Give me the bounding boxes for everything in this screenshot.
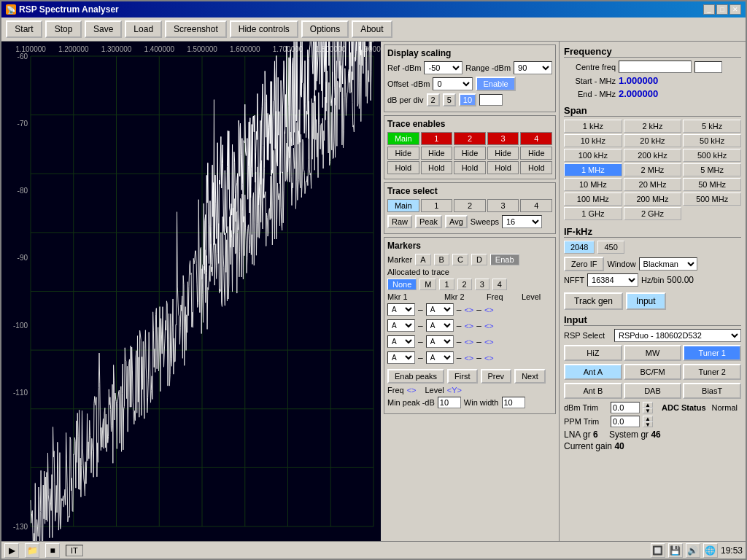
span-2ghz[interactable]: 2 GHz [624,207,682,220]
dbm-down-arrow[interactable]: ▼ [643,408,653,413]
tuner2-btn[interactable]: Tuner 2 [683,364,741,380]
hide-4-cell[interactable]: Hide [520,147,552,160]
hide-3-cell[interactable]: Hide [487,147,519,160]
zero-if-btn[interactable]: Zero IF [564,257,604,271]
centre-freq-secondary[interactable] [694,61,722,73]
enab-btn[interactable]: Enab [490,254,519,265]
biast-btn[interactable]: BiasT [683,383,741,399]
span-1ghz[interactable]: 1 GHz [564,207,622,220]
mkr1-row4[interactable]: A [387,351,415,364]
alloc-3[interactable]: 3 [475,279,489,290]
trace-3-cell[interactable]: 3 [487,132,519,145]
hiz-btn[interactable]: HiZ [564,345,622,361]
db5-button[interactable]: 5 [443,93,456,106]
span-200mhz[interactable]: 200 MHz [624,192,682,206]
save-button[interactable]: Save [85,20,122,38]
db-per-div-input[interactable] [479,94,503,106]
mkr1-row2[interactable]: A [387,319,415,332]
enab-peaks-btn[interactable]: Enab peaks [387,369,444,384]
span-50mhz[interactable]: 50 MHz [683,178,741,191]
win-width-input[interactable] [502,397,525,408]
hide-1-cell[interactable]: Hide [421,147,453,160]
marker-d-btn[interactable]: D [471,254,487,265]
span-200khz[interactable]: 200 kHz [624,149,682,162]
trace-main-cell[interactable]: Main [387,132,419,145]
marker-a-btn[interactable]: A [415,254,430,265]
alloc-1[interactable]: 1 [439,279,454,290]
span-20khz[interactable]: 20 kHz [624,134,682,147]
sweeps-select[interactable]: 16 [502,215,542,228]
maximize-btn[interactable]: □ [716,4,728,15]
window-select[interactable]: Blackman Hanning Flat Top [639,257,697,271]
taskbar-icon-3[interactable]: ■ [45,543,60,558]
next-btn[interactable]: Next [514,369,546,384]
span-1mhz[interactable]: 1 MHz [564,163,622,176]
span-1khz[interactable]: 1 kHz [564,120,622,133]
min-peak-input[interactable] [438,397,461,408]
dbm-trim-input[interactable] [611,402,640,413]
select-main[interactable]: Main [387,199,419,212]
alloc-2[interactable]: 2 [457,279,472,290]
if-450[interactable]: 450 [597,241,624,254]
about-button[interactable]: About [352,20,392,38]
alloc-m[interactable]: M [419,279,436,290]
load-button[interactable]: Load [125,20,162,38]
span-10khz[interactable]: 10 kHz [564,134,622,147]
offset-dbm-select[interactable]: 0 [433,77,473,90]
alloc-none[interactable]: None [387,279,417,290]
hide-main-cell[interactable]: Hide [387,147,419,160]
hide-2-cell[interactable]: Hide [454,147,486,160]
peak-button[interactable]: Peak [415,215,442,228]
span-50khz[interactable]: 50 kHz [683,134,741,147]
mkr1-row3[interactable]: A [387,335,415,348]
options-button[interactable]: Options [301,20,349,38]
mkr1-row1[interactable]: A [387,303,415,316]
avg-button[interactable]: Avg [445,215,468,228]
mkr2-row4[interactable]: A [426,351,454,364]
hold-main-cell[interactable]: Hold [387,161,419,174]
span-500mhz[interactable]: 500 MHz [683,192,741,206]
hold-1-cell[interactable]: Hold [421,161,453,174]
span-20mhz[interactable]: 20 MHz [624,178,682,191]
trace-2-cell[interactable]: 2 [454,132,486,145]
centre-freq-input[interactable]: 1.500000 [619,61,692,73]
prev-btn[interactable]: Prev [481,369,512,384]
dab-btn[interactable]: DAB [624,383,682,399]
select-1[interactable]: 1 [421,199,453,212]
close-btn[interactable]: ✕ [729,4,741,15]
minimize-btn[interactable]: _ [703,4,715,15]
hold-4-cell[interactable]: Hold [520,161,552,174]
input-btn[interactable]: Input [626,292,666,310]
span-100mhz[interactable]: 100 MHz [564,192,622,206]
taskbar-icon-1[interactable]: ▶ [4,543,19,558]
ant-b-btn[interactable]: Ant B [564,383,622,399]
raw-button[interactable]: Raw [387,215,412,228]
span-2mhz[interactable]: 2 MHz [624,163,682,176]
mkr2-row1[interactable]: A [426,303,454,316]
trace-1-cell[interactable]: 1 [421,132,453,145]
ant-a-btn[interactable]: Ant A [564,364,622,380]
range-dbm-select[interactable]: 90 [514,61,552,74]
db10-button[interactable]: 10 [459,93,476,106]
alloc-4[interactable]: 4 [492,279,507,290]
db2-button[interactable]: 2 [427,93,440,106]
hold-2-cell[interactable]: Hold [454,161,486,174]
hide-controls-button[interactable]: Hide controls [230,20,298,38]
rsp-select-dropdown[interactable]: RSPduo - 180602D532 [614,329,741,342]
screenshot-button[interactable]: Screenshot [165,20,227,38]
taskbar-icon-2[interactable]: 📁 [25,543,39,558]
stop-button[interactable]: Stop [45,20,82,38]
bcfm-btn[interactable]: BC/FM [624,364,682,380]
hold-3-cell[interactable]: Hold [487,161,519,174]
if-2048[interactable]: 2048 [564,241,595,254]
marker-b-btn[interactable]: B [434,254,449,265]
span-2khz[interactable]: 2 kHz [624,120,682,133]
nfft-select[interactable]: 16384 [587,273,638,287]
span-500khz[interactable]: 500 kHz [683,149,741,162]
ref-dbm-select[interactable]: -50 [424,61,462,74]
track-gen-btn[interactable]: Track gen [564,292,623,310]
span-5mhz[interactable]: 5 MHz [683,163,741,176]
marker-c-btn[interactable]: C [452,254,468,265]
span-5khz[interactable]: 5 kHz [683,120,741,133]
mkr2-row2[interactable]: A [426,319,454,332]
